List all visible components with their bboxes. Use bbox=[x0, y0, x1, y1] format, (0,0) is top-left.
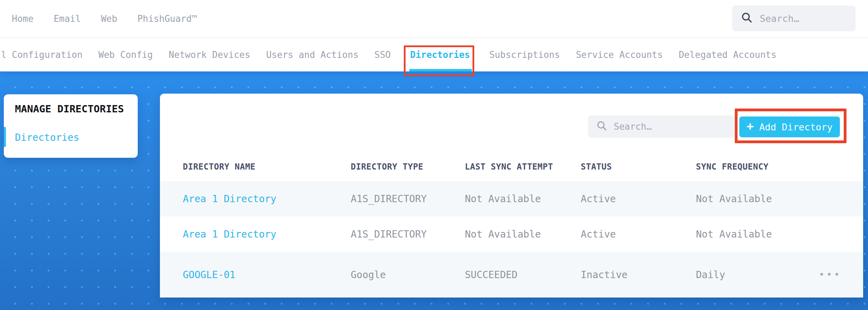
table-row: Area 1 Directory A1S_DIRECTORY Not Avail… bbox=[160, 216, 863, 252]
tab-service-accounts[interactable]: Service Accounts bbox=[576, 38, 663, 71]
app-window: Home Email Web PhishGuard™ l Configurati… bbox=[0, 0, 868, 310]
add-directory-button-label: Add Directory bbox=[759, 122, 833, 132]
sync-frequency-value: Not Available bbox=[696, 229, 819, 240]
directory-name-link[interactable]: GOOGLE-01 bbox=[183, 269, 351, 281]
tab-network-devices[interactable]: Network Devices bbox=[169, 38, 250, 71]
add-directory-button[interactable]: + Add Directory bbox=[739, 117, 840, 137]
status-value: Active bbox=[581, 193, 696, 205]
directories-search-input[interactable] bbox=[614, 121, 718, 132]
column-header-directory-type: DIRECTORY TYPE bbox=[351, 162, 465, 172]
nav-item-email[interactable]: Email bbox=[54, 14, 81, 24]
nav-item-web[interactable]: Web bbox=[101, 14, 117, 24]
tab-delegated-accounts[interactable]: Delegated Accounts bbox=[679, 38, 776, 71]
tab-web-config[interactable]: Web Config bbox=[99, 38, 153, 71]
directories-tab[interactable]: Directories bbox=[410, 38, 470, 71]
table-row: Area 1 Directory A1S_DIRECTORY Not Avail… bbox=[160, 181, 863, 216]
last-sync-attempt-value: Not Available bbox=[465, 193, 581, 205]
sidebar-item-directories[interactable]: Directories bbox=[15, 132, 79, 143]
sync-frequency-value: Daily bbox=[696, 269, 819, 281]
tab-email-configuration-partial[interactable]: l Configuration bbox=[1, 38, 83, 71]
directories-search-box[interactable] bbox=[588, 115, 734, 138]
global-search-input[interactable] bbox=[760, 13, 840, 24]
config-nav: l Configuration Web Config Network Devic… bbox=[0, 38, 868, 71]
active-item-indicator bbox=[4, 127, 6, 147]
global-search-box[interactable] bbox=[732, 6, 856, 31]
global-nav: Home Email Web PhishGuard™ bbox=[0, 0, 868, 38]
directory-name-link[interactable]: Area 1 Directory bbox=[183, 193, 351, 205]
last-sync-attempt-value: Not Available bbox=[465, 229, 581, 240]
column-header-last-sync-attempt: LAST SYNC ATTEMPT bbox=[465, 162, 581, 172]
directories-tab-label: Directories bbox=[410, 50, 470, 60]
manage-directories-card: MANAGE DIRECTORIES Directories bbox=[4, 94, 138, 158]
nav-item-phishguard[interactable]: PhishGuard™ bbox=[137, 14, 197, 24]
table-row: GOOGLE-01 Google SUCCEEDED Inactive Dail… bbox=[160, 252, 863, 298]
directory-type-value: A1S_DIRECTORY bbox=[351, 229, 465, 240]
plus-icon: + bbox=[747, 120, 754, 132]
column-header-status: STATUS bbox=[581, 162, 696, 172]
global-nav-items: Home Email Web PhishGuard™ bbox=[0, 14, 197, 24]
search-icon bbox=[596, 120, 607, 133]
nav-item-home[interactable]: Home bbox=[12, 14, 34, 24]
last-sync-attempt-value: SUCCEEDED bbox=[465, 269, 581, 281]
directory-name-link[interactable]: Area 1 Directory bbox=[183, 229, 351, 240]
ellipsis-menu-icon[interactable]: ••• bbox=[819, 270, 863, 279]
search-icon bbox=[741, 12, 753, 25]
directory-type-value: Google bbox=[351, 269, 465, 281]
tab-users-and-actions[interactable]: Users and Actions bbox=[266, 38, 358, 71]
active-tab-underline bbox=[409, 69, 472, 71]
column-header-sync-frequency: SYNC FREQUENCY bbox=[696, 162, 819, 172]
directory-type-value: A1S_DIRECTORY bbox=[351, 193, 465, 205]
directories-table-header: DIRECTORY NAME DIRECTORY TYPE LAST SYNC … bbox=[160, 153, 863, 181]
tab-subscriptions[interactable]: Subscriptions bbox=[489, 38, 560, 71]
tab-sso[interactable]: SSO bbox=[374, 38, 391, 71]
sync-frequency-value: Not Available bbox=[696, 193, 819, 205]
status-value: Inactive bbox=[581, 269, 696, 281]
directories-table-body: Area 1 Directory A1S_DIRECTORY Not Avail… bbox=[160, 181, 863, 298]
column-header-directory-name: DIRECTORY NAME bbox=[183, 162, 351, 172]
status-value: Active bbox=[581, 229, 696, 240]
manage-directories-heading: MANAGE DIRECTORIES bbox=[15, 103, 124, 115]
